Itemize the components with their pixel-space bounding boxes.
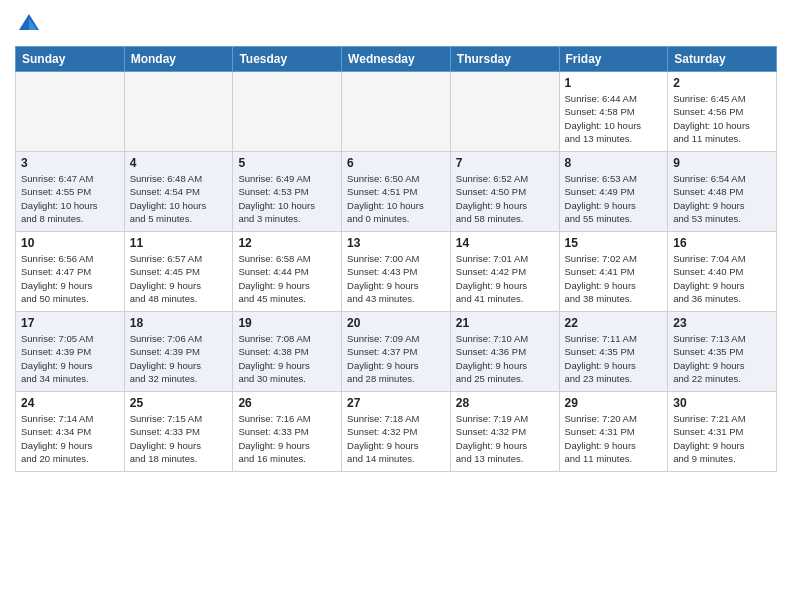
calendar-cell: 18Sunrise: 7:06 AM Sunset: 4:39 PM Dayli…: [124, 312, 233, 392]
day-number: 15: [565, 236, 663, 250]
day-info: Sunrise: 7:10 AM Sunset: 4:36 PM Dayligh…: [456, 332, 554, 385]
day-info: Sunrise: 7:21 AM Sunset: 4:31 PM Dayligh…: [673, 412, 771, 465]
calendar-header-thursday: Thursday: [450, 47, 559, 72]
calendar-cell: 26Sunrise: 7:16 AM Sunset: 4:33 PM Dayli…: [233, 392, 342, 472]
calendar-cell: 21Sunrise: 7:10 AM Sunset: 4:36 PM Dayli…: [450, 312, 559, 392]
day-number: 20: [347, 316, 445, 330]
day-info: Sunrise: 7:11 AM Sunset: 4:35 PM Dayligh…: [565, 332, 663, 385]
day-info: Sunrise: 7:20 AM Sunset: 4:31 PM Dayligh…: [565, 412, 663, 465]
calendar-cell: 14Sunrise: 7:01 AM Sunset: 4:42 PM Dayli…: [450, 232, 559, 312]
day-info: Sunrise: 7:00 AM Sunset: 4:43 PM Dayligh…: [347, 252, 445, 305]
calendar-cell: 19Sunrise: 7:08 AM Sunset: 4:38 PM Dayli…: [233, 312, 342, 392]
calendar-cell: 30Sunrise: 7:21 AM Sunset: 4:31 PM Dayli…: [668, 392, 777, 472]
day-number: 27: [347, 396, 445, 410]
day-info: Sunrise: 6:48 AM Sunset: 4:54 PM Dayligh…: [130, 172, 228, 225]
day-info: Sunrise: 7:19 AM Sunset: 4:32 PM Dayligh…: [456, 412, 554, 465]
calendar-cell: 16Sunrise: 7:04 AM Sunset: 4:40 PM Dayli…: [668, 232, 777, 312]
calendar-cell: 24Sunrise: 7:14 AM Sunset: 4:34 PM Dayli…: [16, 392, 125, 472]
calendar-header-sunday: Sunday: [16, 47, 125, 72]
day-number: 11: [130, 236, 228, 250]
day-info: Sunrise: 7:05 AM Sunset: 4:39 PM Dayligh…: [21, 332, 119, 385]
day-info: Sunrise: 6:45 AM Sunset: 4:56 PM Dayligh…: [673, 92, 771, 145]
calendar-cell: 25Sunrise: 7:15 AM Sunset: 4:33 PM Dayli…: [124, 392, 233, 472]
day-info: Sunrise: 7:04 AM Sunset: 4:40 PM Dayligh…: [673, 252, 771, 305]
calendar-week-5: 24Sunrise: 7:14 AM Sunset: 4:34 PM Dayli…: [16, 392, 777, 472]
calendar-cell: 5Sunrise: 6:49 AM Sunset: 4:53 PM Daylig…: [233, 152, 342, 232]
calendar-week-3: 10Sunrise: 6:56 AM Sunset: 4:47 PM Dayli…: [16, 232, 777, 312]
day-info: Sunrise: 6:53 AM Sunset: 4:49 PM Dayligh…: [565, 172, 663, 225]
calendar-cell: [450, 72, 559, 152]
day-info: Sunrise: 7:16 AM Sunset: 4:33 PM Dayligh…: [238, 412, 336, 465]
calendar-cell: 4Sunrise: 6:48 AM Sunset: 4:54 PM Daylig…: [124, 152, 233, 232]
calendar-cell: [233, 72, 342, 152]
day-info: Sunrise: 6:49 AM Sunset: 4:53 PM Dayligh…: [238, 172, 336, 225]
day-number: 13: [347, 236, 445, 250]
logo: [15, 10, 47, 38]
calendar-cell: 2Sunrise: 6:45 AM Sunset: 4:56 PM Daylig…: [668, 72, 777, 152]
calendar-cell: [124, 72, 233, 152]
logo-icon: [15, 10, 43, 38]
day-info: Sunrise: 6:57 AM Sunset: 4:45 PM Dayligh…: [130, 252, 228, 305]
calendar-cell: 17Sunrise: 7:05 AM Sunset: 4:39 PM Dayli…: [16, 312, 125, 392]
day-number: 8: [565, 156, 663, 170]
day-number: 18: [130, 316, 228, 330]
day-number: 21: [456, 316, 554, 330]
day-number: 25: [130, 396, 228, 410]
day-number: 1: [565, 76, 663, 90]
calendar-header-saturday: Saturday: [668, 47, 777, 72]
day-info: Sunrise: 6:54 AM Sunset: 4:48 PM Dayligh…: [673, 172, 771, 225]
day-number: 6: [347, 156, 445, 170]
day-number: 17: [21, 316, 119, 330]
day-number: 30: [673, 396, 771, 410]
day-info: Sunrise: 6:52 AM Sunset: 4:50 PM Dayligh…: [456, 172, 554, 225]
calendar-cell: 22Sunrise: 7:11 AM Sunset: 4:35 PM Dayli…: [559, 312, 668, 392]
day-info: Sunrise: 7:06 AM Sunset: 4:39 PM Dayligh…: [130, 332, 228, 385]
day-info: Sunrise: 7:13 AM Sunset: 4:35 PM Dayligh…: [673, 332, 771, 385]
calendar-cell: 10Sunrise: 6:56 AM Sunset: 4:47 PM Dayli…: [16, 232, 125, 312]
day-info: Sunrise: 6:47 AM Sunset: 4:55 PM Dayligh…: [21, 172, 119, 225]
calendar-cell: 28Sunrise: 7:19 AM Sunset: 4:32 PM Dayli…: [450, 392, 559, 472]
day-number: 16: [673, 236, 771, 250]
day-info: Sunrise: 7:09 AM Sunset: 4:37 PM Dayligh…: [347, 332, 445, 385]
day-info: Sunrise: 7:01 AM Sunset: 4:42 PM Dayligh…: [456, 252, 554, 305]
day-number: 24: [21, 396, 119, 410]
calendar-cell: 12Sunrise: 6:58 AM Sunset: 4:44 PM Dayli…: [233, 232, 342, 312]
calendar-cell: 15Sunrise: 7:02 AM Sunset: 4:41 PM Dayli…: [559, 232, 668, 312]
day-number: 7: [456, 156, 554, 170]
calendar-cell: 20Sunrise: 7:09 AM Sunset: 4:37 PM Dayli…: [342, 312, 451, 392]
calendar-cell: [342, 72, 451, 152]
calendar-cell: 23Sunrise: 7:13 AM Sunset: 4:35 PM Dayli…: [668, 312, 777, 392]
calendar-header-wednesday: Wednesday: [342, 47, 451, 72]
calendar-header-friday: Friday: [559, 47, 668, 72]
calendar-week-2: 3Sunrise: 6:47 AM Sunset: 4:55 PM Daylig…: [16, 152, 777, 232]
day-number: 2: [673, 76, 771, 90]
calendar-cell: 11Sunrise: 6:57 AM Sunset: 4:45 PM Dayli…: [124, 232, 233, 312]
day-number: 28: [456, 396, 554, 410]
day-info: Sunrise: 6:50 AM Sunset: 4:51 PM Dayligh…: [347, 172, 445, 225]
day-number: 3: [21, 156, 119, 170]
calendar-header-tuesday: Tuesday: [233, 47, 342, 72]
calendar-cell: 13Sunrise: 7:00 AM Sunset: 4:43 PM Dayli…: [342, 232, 451, 312]
calendar-header-row: SundayMondayTuesdayWednesdayThursdayFrid…: [16, 47, 777, 72]
calendar-cell: [16, 72, 125, 152]
calendar-header-monday: Monday: [124, 47, 233, 72]
day-number: 23: [673, 316, 771, 330]
day-number: 19: [238, 316, 336, 330]
day-number: 22: [565, 316, 663, 330]
day-info: Sunrise: 6:56 AM Sunset: 4:47 PM Dayligh…: [21, 252, 119, 305]
day-info: Sunrise: 6:58 AM Sunset: 4:44 PM Dayligh…: [238, 252, 336, 305]
day-number: 9: [673, 156, 771, 170]
day-info: Sunrise: 7:02 AM Sunset: 4:41 PM Dayligh…: [565, 252, 663, 305]
header: [15, 10, 777, 38]
calendar-cell: 29Sunrise: 7:20 AM Sunset: 4:31 PM Dayli…: [559, 392, 668, 472]
day-info: Sunrise: 7:14 AM Sunset: 4:34 PM Dayligh…: [21, 412, 119, 465]
calendar-cell: 6Sunrise: 6:50 AM Sunset: 4:51 PM Daylig…: [342, 152, 451, 232]
calendar-cell: 3Sunrise: 6:47 AM Sunset: 4:55 PM Daylig…: [16, 152, 125, 232]
calendar-cell: 27Sunrise: 7:18 AM Sunset: 4:32 PM Dayli…: [342, 392, 451, 472]
calendar-week-4: 17Sunrise: 7:05 AM Sunset: 4:39 PM Dayli…: [16, 312, 777, 392]
day-info: Sunrise: 6:44 AM Sunset: 4:58 PM Dayligh…: [565, 92, 663, 145]
day-number: 12: [238, 236, 336, 250]
day-number: 10: [21, 236, 119, 250]
page: SundayMondayTuesdayWednesdayThursdayFrid…: [0, 0, 792, 612]
calendar-table: SundayMondayTuesdayWednesdayThursdayFrid…: [15, 46, 777, 472]
